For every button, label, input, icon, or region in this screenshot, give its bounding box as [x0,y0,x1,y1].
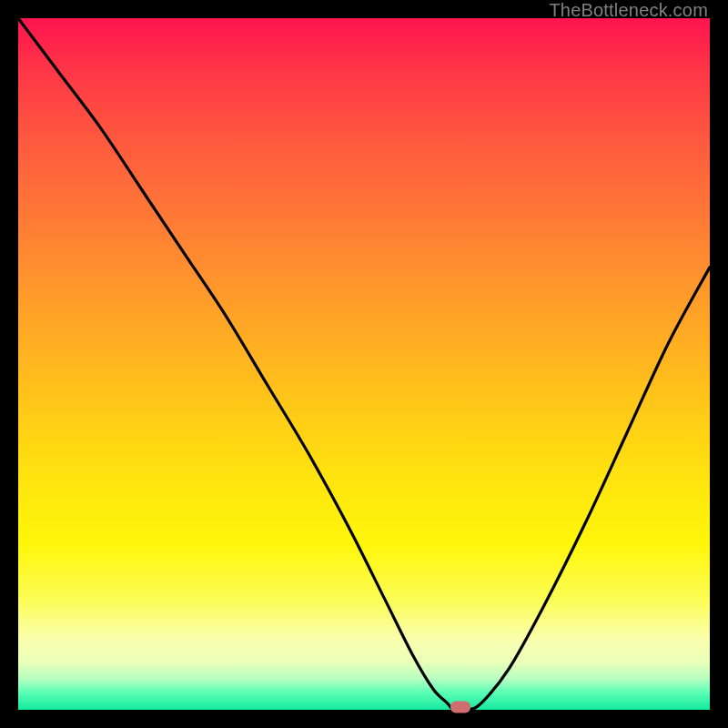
watermark-label: TheBottleneck.com [549,0,708,21]
bottleneck-curve [18,18,710,710]
optimal-point-marker [450,702,470,713]
plot-area [18,18,710,710]
chart-frame: TheBottleneck.com [0,0,728,728]
